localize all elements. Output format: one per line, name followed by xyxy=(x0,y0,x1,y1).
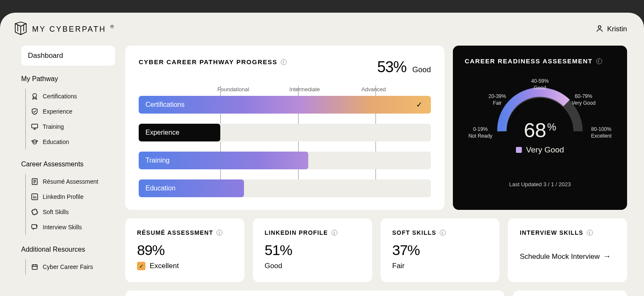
user-name: Kristin xyxy=(607,25,627,33)
bar-fill: Education xyxy=(139,179,244,197)
calendar-icon xyxy=(31,263,38,271)
svg-text:in: in xyxy=(33,195,36,199)
interview-card[interactable]: INTERVIEW SKILLSi Schedule Mock Intervie… xyxy=(508,218,627,282)
check-icon: ✓ xyxy=(416,100,422,109)
bar-label: Education xyxy=(145,185,175,192)
gradcap-icon xyxy=(31,138,38,146)
logo-icon xyxy=(14,21,28,37)
linkedin-card[interactable]: LINKEDIN PROFILEi 51% Good xyxy=(253,218,372,282)
readiness-card: CAREER READINESS ASSESEMENT i xyxy=(453,46,627,210)
linkedin-icon: in xyxy=(31,193,38,201)
pathway-score: 53% Good xyxy=(377,58,431,76)
placeholder-card xyxy=(513,291,627,296)
svg-point-1 xyxy=(33,94,37,98)
document-icon xyxy=(31,178,38,185)
user-menu[interactable]: Kristin xyxy=(595,24,627,35)
user-icon xyxy=(595,24,604,35)
nav-section-pathway: My Pathway Certifications Experience Tra… xyxy=(21,75,115,149)
bar-label: Training xyxy=(145,157,170,164)
info-icon[interactable]: i xyxy=(440,230,446,236)
arrow-right-icon: → xyxy=(603,252,611,261)
nav-item-interview[interactable]: Interview Skills xyxy=(31,220,115,235)
bar-label: Experience xyxy=(145,129,179,136)
bar-fill: Certifications✓ xyxy=(139,96,431,114)
registered-mark: ® xyxy=(110,24,114,29)
bar-fill: Experience xyxy=(139,124,220,141)
header: MY CYBERPATH ® Kristin xyxy=(0,13,644,41)
info-icon[interactable]: i xyxy=(332,230,337,236)
gauge-percent: 68% xyxy=(516,119,564,142)
svg-rect-6 xyxy=(32,225,37,228)
main-content: CYBER CAREER PATHWAY PROGRESS i 53% Good… xyxy=(125,46,627,296)
shield-icon xyxy=(31,108,38,115)
svg-point-7 xyxy=(36,225,38,227)
nav-item-careerfairs[interactable]: Cyber Career Fairs xyxy=(31,259,115,274)
progress-bar-training: Training xyxy=(139,152,431,169)
pathway-progress-card: CYBER CAREER PATHWAY PROGRESS i 53% Good… xyxy=(125,46,444,210)
gauge-rating: Very Good xyxy=(516,145,564,155)
bar-label: Certifications xyxy=(145,101,184,109)
info-icon[interactable]: i xyxy=(587,230,593,236)
info-icon[interactable]: i xyxy=(281,59,287,65)
chat-icon xyxy=(31,223,38,231)
monitor-icon xyxy=(31,123,38,130)
svg-rect-8 xyxy=(32,265,37,269)
progress-bar-experience: Experience xyxy=(139,124,431,141)
nav-item-resume[interactable]: Résumé Assessment xyxy=(31,174,115,189)
ribbon-icon xyxy=(31,92,38,100)
nav-section-resources: Additional Resources Cyber Career Fairs xyxy=(21,246,115,274)
svg-point-0 xyxy=(598,25,601,28)
nav-dashboard[interactable]: Dashboard xyxy=(21,46,115,66)
nav-item-training[interactable]: Training xyxy=(31,119,115,134)
level-labels: Foundational Intermediate Advanced xyxy=(139,86,431,92)
nav-item-certifications[interactable]: Certifications xyxy=(31,89,115,104)
nav-item-linkedin[interactable]: in LinkedIn Profile xyxy=(31,189,115,204)
nav-item-softskills[interactable]: Soft Skills xyxy=(31,204,115,220)
puzzle-icon xyxy=(31,208,38,216)
nav-item-experience[interactable]: Experience xyxy=(31,104,115,119)
info-icon[interactable]: i xyxy=(216,230,222,236)
brand-name: MY CYBERPATH xyxy=(32,25,106,34)
rating-swatch xyxy=(516,147,522,153)
check-badge-icon: ✓ xyxy=(137,262,145,270)
pathway-title: CYBER CAREER PATHWAY PROGRESS i xyxy=(139,58,287,65)
bar-fill: Training xyxy=(139,152,308,169)
resume-card[interactable]: RÉSUMÉ ASSESSMENTi 89% ✓ Excellent xyxy=(125,218,244,282)
readiness-title: CAREER READINESS ASSESEMENT i xyxy=(465,57,615,65)
progress-bar-education: Education xyxy=(139,179,431,197)
schedule-interview-link[interactable]: Schedule Mock Interview → xyxy=(520,252,615,261)
last-updated: Last Updated 3 / 1 / 2023 xyxy=(465,181,615,187)
placeholder-card xyxy=(125,291,504,296)
svg-rect-2 xyxy=(32,124,38,128)
info-icon[interactable]: i xyxy=(596,58,602,64)
nav-section-assessments: Career Assessments Résumé Assessment in … xyxy=(21,160,115,235)
progress-bar-certifications: Certifications✓ xyxy=(139,96,431,114)
nav-item-education[interactable]: Education xyxy=(31,134,115,149)
brand-logo: MY CYBERPATH ® xyxy=(14,21,114,37)
softskills-card[interactable]: SOFT SKILLSi 37% Fair xyxy=(381,218,500,282)
sidebar: Dashboard My Pathway Certifications Expe… xyxy=(21,46,115,296)
nav-section-title: My Pathway xyxy=(21,75,115,83)
